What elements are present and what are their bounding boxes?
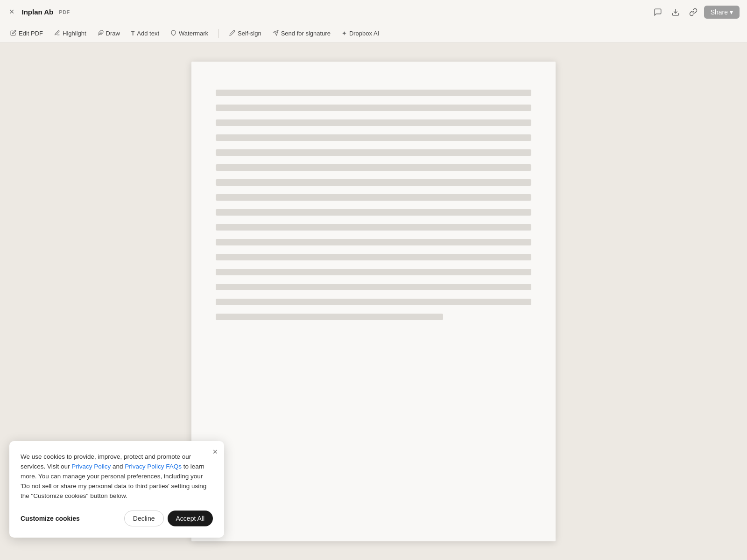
add-text-label: Add text bbox=[137, 30, 159, 37]
comment-button[interactable] bbox=[651, 5, 665, 19]
add-text-icon: T bbox=[131, 30, 134, 37]
toolbar-highlight[interactable]: Highlight bbox=[49, 28, 91, 39]
download-icon bbox=[671, 8, 680, 16]
pdf-text-line bbox=[216, 239, 531, 245]
pdf-text-line bbox=[216, 299, 531, 305]
privacy-policy-faq-link[interactable]: Privacy Policy FAQs bbox=[125, 463, 182, 470]
privacy-policy-link[interactable]: Privacy Policy bbox=[71, 463, 111, 470]
self-sign-icon bbox=[229, 30, 235, 37]
cookie-banner: × We use cookies to provide, improve, pr… bbox=[9, 441, 224, 538]
toolbar-self-sign[interactable]: Self-sign bbox=[225, 28, 266, 39]
pdf-text-line bbox=[216, 254, 531, 260]
pdf-text-line bbox=[216, 134, 531, 141]
toolbar-dropbox-ai[interactable]: ✦ Dropbox AI bbox=[337, 28, 384, 39]
toolbar-edit-pdf[interactable]: Edit PDF bbox=[6, 28, 48, 39]
pdf-document bbox=[191, 62, 556, 541]
share-chevron: ▾ bbox=[730, 8, 733, 16]
pdf-text-line bbox=[216, 314, 443, 320]
pdf-text-line bbox=[216, 224, 531, 231]
pdf-text-line bbox=[216, 209, 531, 216]
header-right: Share ▾ bbox=[651, 5, 740, 19]
pdf-text-line bbox=[216, 179, 531, 186]
file-title: Inplan Ab bbox=[22, 8, 54, 16]
edit-pdf-label: Edit PDF bbox=[19, 30, 43, 37]
decline-button[interactable]: Decline bbox=[124, 511, 164, 526]
close-button[interactable]: × bbox=[7, 5, 16, 19]
pdf-text-line bbox=[216, 164, 531, 171]
highlight-label: Highlight bbox=[63, 30, 86, 37]
dropbox-ai-icon: ✦ bbox=[342, 30, 347, 37]
pdf-text-line bbox=[216, 149, 531, 156]
toolbar-draw[interactable]: Draw bbox=[93, 28, 125, 39]
draw-label: Draw bbox=[106, 30, 120, 37]
pdf-text-line bbox=[216, 105, 531, 111]
pdf-text-line bbox=[216, 194, 531, 201]
cookie-text: We use cookies to provide, improve, prot… bbox=[21, 452, 213, 501]
self-sign-label: Self-sign bbox=[238, 30, 261, 37]
toolbar-add-text[interactable]: T Add text bbox=[127, 28, 164, 39]
accept-all-button[interactable]: Accept All bbox=[168, 511, 213, 526]
cookie-decision-buttons: Decline Accept All bbox=[124, 511, 213, 526]
pdf-text-line bbox=[216, 284, 531, 290]
toolbar-watermark[interactable]: Watermark bbox=[166, 28, 213, 39]
share-button[interactable]: Share ▾ bbox=[704, 6, 740, 19]
toolbar-send-signature[interactable]: Send for signature bbox=[268, 28, 335, 39]
comment-icon bbox=[654, 8, 662, 16]
cookie-actions: Customize cookies Decline Accept All bbox=[21, 511, 213, 526]
cookie-and: and bbox=[111, 463, 125, 470]
toolbar-divider bbox=[218, 29, 219, 38]
watermark-label: Watermark bbox=[179, 30, 208, 37]
draw-icon bbox=[98, 30, 104, 37]
dropbox-ai-label: Dropbox AI bbox=[349, 30, 379, 37]
pdf-text-line bbox=[216, 269, 531, 275]
link-icon bbox=[689, 8, 698, 16]
send-signature-icon bbox=[273, 30, 279, 37]
highlight-icon bbox=[54, 30, 60, 37]
pdf-text-line bbox=[216, 119, 531, 126]
download-button[interactable] bbox=[669, 5, 683, 19]
link-button[interactable] bbox=[686, 5, 700, 19]
edit-pdf-icon bbox=[10, 30, 16, 37]
watermark-icon bbox=[170, 30, 176, 37]
send-signature-label: Send for signature bbox=[281, 30, 331, 37]
toolbar: Edit PDF Highlight Draw T Add text Water… bbox=[0, 24, 747, 43]
header-left: × Inplan Ab PDF bbox=[7, 5, 70, 19]
cookie-close-button[interactable]: × bbox=[212, 448, 218, 456]
header: × Inplan Ab PDF Share ▾ bbox=[0, 0, 747, 24]
pdf-text-line bbox=[216, 90, 531, 96]
file-badge: PDF bbox=[59, 9, 70, 15]
share-label: Share bbox=[711, 8, 728, 16]
customize-cookies-button[interactable]: Customize cookies bbox=[21, 515, 80, 522]
